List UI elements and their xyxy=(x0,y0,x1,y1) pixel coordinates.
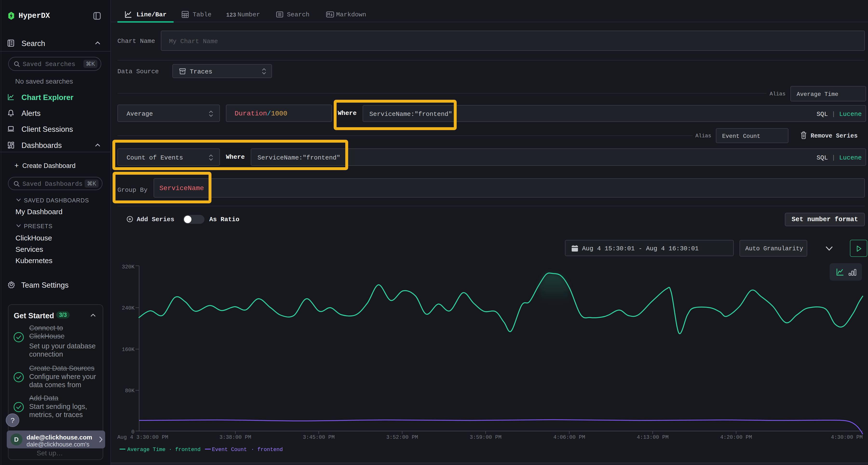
svg-text:4:20:00 PM: 4:20:00 PM xyxy=(720,434,752,440)
svg-text:4:06:00 PM: 4:06:00 PM xyxy=(553,434,585,440)
svg-text:240K: 240K xyxy=(122,305,135,311)
svg-text:320K: 320K xyxy=(122,264,135,270)
svg-text:4:30:00 PM: 4:30:00 PM xyxy=(831,434,863,440)
svg-text:· frontend: · frontend xyxy=(169,447,200,453)
svg-text:3:38:00 PM: 3:38:00 PM xyxy=(219,434,251,440)
svg-text:Event Count: Event Count xyxy=(212,447,247,453)
svg-text:3:52:00 PM: 3:52:00 PM xyxy=(386,434,418,440)
svg-text:3:59:00 PM: 3:59:00 PM xyxy=(470,434,501,440)
svg-text:· frontend: · frontend xyxy=(251,447,283,453)
svg-text:4:13:00 PM: 4:13:00 PM xyxy=(637,434,669,440)
svg-text:3:45:00 PM: 3:45:00 PM xyxy=(303,434,335,440)
svg-text:Aug 4 3:30:00 PM: Aug 4 3:30:00 PM xyxy=(117,434,168,440)
svg-text:Average Time: Average Time xyxy=(127,447,165,453)
svg-text:80K: 80K xyxy=(125,388,134,394)
svg-text:160K: 160K xyxy=(122,347,135,353)
